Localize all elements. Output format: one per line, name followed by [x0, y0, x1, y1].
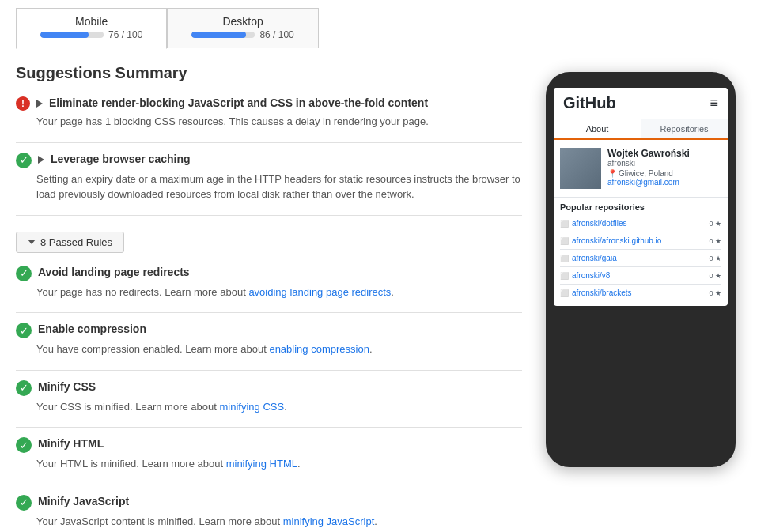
- repo-name-3[interactable]: ⬜ afronski/v8: [560, 271, 610, 280]
- divider-3: [16, 312, 522, 313]
- repo-item-3: ⬜ afronski/v8 0 ★: [560, 267, 721, 285]
- triangle-icon: [36, 100, 43, 108]
- suggestion-redirects-desc: Your page has no redirects. Learn more a…: [36, 285, 522, 300]
- minify-html-link[interactable]: minifying HTML: [226, 458, 297, 470]
- suggestions-panel: Suggestions Summary ! Eliminate render-b…: [16, 64, 522, 532]
- repo-name-1[interactable]: ⬜ afronski/afronski.github.io: [560, 236, 661, 245]
- desktop-progress-bg: [191, 32, 255, 38]
- suggestion-minify-css-desc: Your CSS is minified. Learn more about m…: [36, 399, 522, 415]
- suggestion-render-blocking-desc: Your page has 1 blocking CSS resources. …: [36, 114, 522, 130]
- suggestion-minify-js-title: Minify JavaScript: [38, 495, 129, 507]
- tab-desktop-label: Desktop: [191, 15, 293, 28]
- hamburger-icon[interactable]: ≡: [710, 95, 718, 111]
- avatar-image: [560, 148, 601, 189]
- user-location: 📍 Gliwice, Poland: [607, 169, 721, 178]
- pass-icon-minify-js: ✓: [16, 495, 32, 511]
- divider-6: [16, 485, 522, 485]
- desktop-score: 86 / 100: [259, 29, 293, 40]
- repo-stars-2: 0 ★: [709, 255, 721, 262]
- suggestion-caching-title[interactable]: Leverage browser caching: [38, 153, 191, 165]
- mobile-progress-fill: [40, 32, 89, 38]
- repo-name-0[interactable]: ⬜ afronski/dotfiles: [560, 219, 626, 228]
- repo-name-2[interactable]: ⬜ afronski/gaia: [560, 254, 617, 262]
- user-name: Wojtek Gawroński: [607, 148, 721, 159]
- suggestion-minify-html-title: Minify HTML: [38, 437, 104, 450]
- repo-item-2: ⬜ afronski/gaia 0 ★: [560, 250, 721, 267]
- mobile-progress-bg: [40, 32, 104, 38]
- pass-icon-compression: ✓: [16, 323, 32, 338]
- tab-mobile-label: Mobile: [40, 15, 142, 28]
- minify-js-link[interactable]: minifying JavaScript: [283, 515, 375, 527]
- github-profile: Wojtek Gawroński afronski 📍 Gliwice, Pol…: [554, 140, 728, 198]
- location-pin-icon: 📍: [607, 169, 617, 178]
- avatar: [560, 148, 601, 189]
- repos-section: Popular repositories ⬜ afronski/dotfiles…: [554, 198, 728, 306]
- suggestion-minify-html-desc: Your HTML is minified. Learn more about …: [36, 456, 522, 472]
- page-title: Suggestions Summary: [16, 64, 522, 82]
- repo-stars-1: 0 ★: [709, 237, 721, 245]
- suggestion-minify-css: ✓ Minify CSS Your CSS is minified. Learn…: [16, 380, 522, 415]
- mobile-score: 76 / 100: [108, 29, 142, 40]
- repo-item-4: ⬜ afronski/brackets 0 ★: [560, 285, 721, 301]
- desktop-progress-fill: [191, 32, 246, 38]
- suggestion-minify-css-title: Minify CSS: [38, 380, 96, 393]
- suggestion-browser-caching: ✓ Leverage browser caching Setting an ex…: [16, 153, 522, 202]
- tab-mobile[interactable]: Mobile 76 / 100: [16, 8, 167, 49]
- suggestion-minify-js-desc: Your JavaScript content is minified. Lea…: [36, 514, 522, 530]
- suggestion-redirects: ✓ Avoid landing page redirects Your page…: [16, 266, 522, 300]
- suggestion-minify-js: ✓ Minify JavaScript Your JavaScript cont…: [16, 495, 522, 530]
- suggestion-render-blocking: ! Eliminate render-blocking JavaScript a…: [16, 96, 522, 130]
- repo-icon-3: ⬜: [560, 272, 569, 280]
- tab-desktop[interactable]: Desktop 86 / 100: [167, 8, 318, 48]
- pass-icon-redirects: ✓: [16, 266, 32, 281]
- pass-icon-minify-html: ✓: [16, 437, 32, 453]
- repo-stars-3: 0 ★: [709, 272, 721, 280]
- github-tabs: About Repositories: [554, 119, 728, 140]
- repos-title: Popular repositories: [560, 202, 721, 212]
- divider-1: [16, 142, 522, 143]
- divider-5: [16, 427, 522, 428]
- suggestion-render-blocking-title[interactable]: Eliminate render-blocking JavaScript and…: [36, 96, 428, 109]
- suggestion-compression: ✓ Enable compression You have compressio…: [16, 323, 522, 357]
- repo-icon-4: ⬜: [560, 289, 569, 297]
- github-header: GitHub ≡: [554, 88, 728, 119]
- divider-2: [16, 215, 522, 216]
- phone-screen: GitHub ≡ About Repositories: [554, 88, 728, 306]
- repo-icon-1: ⬜: [560, 237, 569, 245]
- repo-name-4[interactable]: ⬜ afronski/brackets: [560, 289, 632, 297]
- suggestion-caching-desc: Setting an expiry date or a maximum age …: [36, 172, 522, 202]
- github-tab-about[interactable]: About: [554, 119, 641, 140]
- passed-rules-button[interactable]: 8 Passed Rules: [16, 232, 124, 253]
- pass-icon-minify-css: ✓: [16, 380, 32, 396]
- github-logo: GitHub: [563, 94, 616, 112]
- phone-mockup: GitHub ≡ About Repositories: [546, 72, 736, 467]
- user-info: Wojtek Gawroński afronski 📍 Gliwice, Pol…: [607, 148, 721, 189]
- divider-4: [16, 370, 522, 371]
- suggestion-compression-desc: You have compression enabled. Learn more…: [36, 341, 522, 357]
- user-handle: afronski: [607, 159, 721, 168]
- redirects-link[interactable]: avoiding landing page redirects: [248, 286, 391, 298]
- chevron-down-icon: [28, 240, 36, 244]
- phone-preview-panel: GitHub ≡ About Repositories: [546, 64, 751, 532]
- repo-item-0: ⬜ afronski/dotfiles 0 ★: [560, 215, 721, 232]
- minify-css-link[interactable]: minifying CSS: [220, 401, 285, 413]
- repo-icon-2: ⬜: [560, 255, 569, 262]
- github-tab-repositories[interactable]: Repositories: [641, 119, 728, 138]
- repo-stars-4: 0 ★: [709, 289, 721, 297]
- pass-icon-caching: ✓: [16, 153, 32, 168]
- suggestion-redirects-title: Avoid landing page redirects: [38, 266, 190, 278]
- suggestion-minify-html: ✓ Minify HTML Your HTML is minified. Lea…: [16, 437, 522, 472]
- error-icon: !: [16, 96, 30, 111]
- repo-stars-0: 0 ★: [709, 220, 721, 228]
- triangle-icon-2: [38, 156, 44, 164]
- suggestion-compression-title: Enable compression: [38, 323, 146, 335]
- user-email[interactable]: afronski@gmail.com: [607, 178, 721, 187]
- repo-icon-0: ⬜: [560, 220, 569, 228]
- repo-item-1: ⬜ afronski/afronski.github.io 0 ★: [560, 232, 721, 250]
- compression-link[interactable]: enabling compression: [269, 343, 369, 355]
